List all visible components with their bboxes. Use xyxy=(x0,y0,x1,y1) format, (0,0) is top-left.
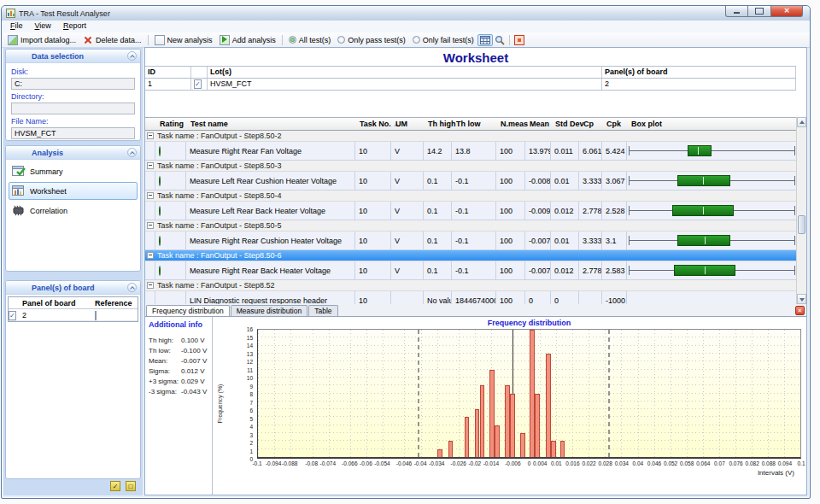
chart-title: Frequency distribution xyxy=(257,319,801,327)
results-table-header[interactable]: RatingTest nameTask No.UMTh highTh lowN.… xyxy=(145,118,796,131)
collapse-icon[interactable] xyxy=(147,132,154,139)
column-header-rating[interactable]: Rating xyxy=(155,118,186,130)
test-row[interactable]: Measure Left Rear Back Heater Voltage10V… xyxy=(145,202,796,220)
test-row[interactable]: Measure Right Rear Cushion Heater Voltag… xyxy=(145,231,796,250)
menu-file[interactable]: File xyxy=(4,21,29,32)
column-header-n-meas[interactable]: N.meas xyxy=(496,118,525,130)
value-cell: 5.424 xyxy=(602,142,627,160)
collapse-icon[interactable] xyxy=(147,192,154,199)
filter-all-tests[interactable]: All test(s) xyxy=(285,36,335,44)
scroll-down-icon[interactable] xyxy=(797,294,806,304)
import-datalog-button[interactable]: Import datalog... xyxy=(4,34,79,46)
panel-checkbox-checked[interactable]: ✓ xyxy=(9,311,16,320)
disk-field[interactable]: C: xyxy=(11,78,135,90)
file-name-field[interactable]: HVSM_FCT xyxy=(11,127,135,139)
analysis-item-correlation[interactable]: Correlation xyxy=(9,202,138,220)
info-value: -0.100 V xyxy=(181,347,207,355)
x-tick-label: 0.016 xyxy=(565,460,579,466)
panel-close-icon[interactable]: ✕ xyxy=(795,306,805,315)
test-row[interactable]: Measure Right Rear Back Heater Voltage10… xyxy=(145,261,796,280)
y-tick-label: 3 xyxy=(249,432,253,438)
uncheck-all-icon[interactable]: □ xyxy=(126,481,136,491)
column-header-cp[interactable]: Cp xyxy=(579,118,602,130)
analysis-item-worksheet[interactable]: Worksheet xyxy=(9,182,138,200)
column-header-cpk[interactable]: Cpk xyxy=(602,118,627,130)
task-group-row[interactable]: Task name : FanOutput - Step8.50-5 xyxy=(145,220,796,231)
value-cell: Measure Right Rear Back Heater Voltage xyxy=(186,261,355,279)
panel-row[interactable]: ✓ 2 xyxy=(9,309,138,321)
lot-row[interactable]: 1 ✓ HVSM_FCT 2 xyxy=(145,79,796,91)
search-button[interactable] xyxy=(493,34,507,46)
boxplot-cap xyxy=(629,176,630,185)
column-header-test-name[interactable]: Test name xyxy=(186,118,355,130)
minimize-button[interactable] xyxy=(725,6,748,17)
column-header-box-plot[interactable]: Box plot xyxy=(627,118,796,130)
scroll-up-icon[interactable] xyxy=(797,117,806,127)
menu-report[interactable]: Report xyxy=(57,21,92,32)
task-group-row[interactable]: Task name : FanOutput - Step8.50-6 xyxy=(145,250,796,261)
add-analysis-button[interactable]: Add analysis xyxy=(216,34,279,46)
gridline-vertical xyxy=(290,330,291,457)
y-tick-label: 12 xyxy=(247,359,253,365)
directory-field[interactable] xyxy=(11,103,135,114)
vertical-scrollbar[interactable] xyxy=(796,117,806,304)
task-group-label: Task name : FanOutput - Step8.50-5 xyxy=(157,221,282,230)
menu-view[interactable]: View xyxy=(29,21,57,32)
delete-label: Delete data... xyxy=(96,36,142,44)
table-view-button[interactable] xyxy=(477,34,493,46)
row-indent-cell xyxy=(145,142,155,160)
additional-info-line: -3 sigma:-0.043 V xyxy=(149,388,210,396)
value-cell: 0.012 xyxy=(551,202,579,220)
analysis-item-summary[interactable]: Summary xyxy=(9,162,138,180)
column-header-th-low[interactable]: Th low xyxy=(452,118,496,130)
collapse-icon[interactable] xyxy=(147,282,154,289)
rating-pass-indicator xyxy=(159,236,161,246)
scrollbar-thumb[interactable] xyxy=(798,215,805,234)
analysis-header[interactable]: Analysis xyxy=(6,146,140,160)
test-row[interactable]: LIN Diagnostic request response header10… xyxy=(145,291,796,305)
info-label: -3 sigma: xyxy=(149,388,181,396)
value-cell: Measure Left Rear Cushion Heater Voltage xyxy=(186,172,355,190)
collapse-icon[interactable] xyxy=(147,222,154,229)
value-cell: Measure Left Rear Back Heater Voltage xyxy=(186,202,355,220)
collapse-icon[interactable] xyxy=(147,162,154,169)
task-group-row[interactable]: Task name : FanOutput - Step8.52 xyxy=(145,280,796,291)
value-cell: 18446740000 xyxy=(452,291,496,305)
maximize-button[interactable] xyxy=(748,6,770,17)
tab-measure-distribution[interactable]: Measure distribution xyxy=(231,305,308,316)
column-header-task-no-[interactable]: Task No. xyxy=(355,118,391,130)
lot-checkbox-checked[interactable]: ✓ xyxy=(194,79,202,89)
additional-info-title: Additional info xyxy=(149,320,210,329)
collapse-chevron-icon[interactable] xyxy=(127,51,137,61)
tab-frequency-distribution[interactable]: Frequency distribution xyxy=(146,305,230,316)
column-header-um[interactable]: UM xyxy=(391,118,424,130)
new-analysis-button[interactable]: New analysis xyxy=(151,34,216,46)
collapse-chevron-icon[interactable] xyxy=(127,283,137,292)
column-header-th-high[interactable]: Th high xyxy=(424,118,452,130)
collapse-chevron-icon[interactable] xyxy=(127,148,137,157)
collapse-icon[interactable] xyxy=(147,252,154,259)
task-group-row[interactable]: Task name : FanOutput - Step8.50-3 xyxy=(145,161,796,172)
task-group-row[interactable]: Task name : FanOutput - Step8.50-4 xyxy=(145,190,796,202)
filter-fail-tests[interactable]: Only fail test(s) xyxy=(409,36,477,44)
task-group-row[interactable]: Task name : FanOutput - Step8.50-2 xyxy=(145,131,796,142)
close-button[interactable]: ✕ xyxy=(770,6,803,17)
y-tick-label: 15 xyxy=(247,335,253,341)
check-all-icon[interactable]: ✓ xyxy=(110,481,120,491)
summary-icon xyxy=(12,166,26,177)
data-selection-header[interactable]: Data selection xyxy=(6,50,140,63)
delete-data-button[interactable]: Delete data... xyxy=(79,34,145,46)
panels-of-board-header[interactable]: Panel(s) of board xyxy=(6,281,140,295)
test-row[interactable]: Measure Left Rear Cushion Heater Voltage… xyxy=(145,172,796,190)
boxplot-cap xyxy=(629,266,630,275)
column-header-mean[interactable]: Mean xyxy=(525,118,551,130)
tab-table[interactable]: Table xyxy=(308,305,337,316)
reference-checkbox[interactable] xyxy=(95,311,97,320)
gridline-vertical xyxy=(540,330,541,457)
filter-pass-tests[interactable]: Only pass test(s) xyxy=(334,36,409,44)
stop-button[interactable] xyxy=(512,34,526,46)
radio-icon xyxy=(337,36,345,44)
titlebar[interactable]: TRA - Test Result Analyser ✕ xyxy=(2,6,810,21)
column-header-std-dev[interactable]: Std Dev xyxy=(551,118,579,130)
test-row[interactable]: Measure Right Rear Fan Voltage10V14.213.… xyxy=(145,142,796,161)
